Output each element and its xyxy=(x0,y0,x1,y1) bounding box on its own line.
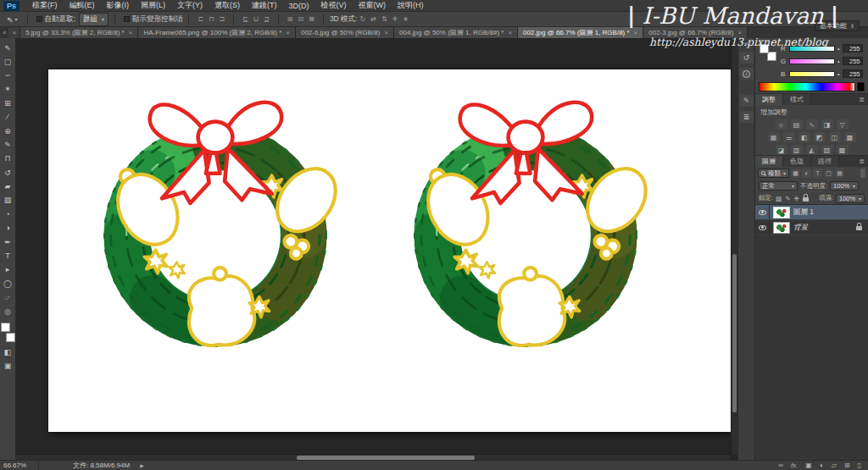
visibility-cell[interactable] xyxy=(755,220,770,235)
info-panel-icon[interactable]: i xyxy=(740,68,754,80)
filter-toggle-switch[interactable] xyxy=(860,169,865,178)
tab-paths[interactable]: 路徑 xyxy=(811,156,839,167)
black-white-icon[interactable]: ◧ xyxy=(798,132,810,142)
slider-marker-icon[interactable]: ▴ xyxy=(837,46,840,51)
dodge-tool[interactable]: ◑ xyxy=(1,221,15,235)
layer-mask-icon[interactable]: ▣ xyxy=(805,462,812,469)
align-right-icon[interactable]: ⊐ xyxy=(216,15,227,23)
close-icon[interactable]: × xyxy=(384,29,388,36)
horizontal-scrollbar[interactable] xyxy=(16,454,731,460)
red-channel-value[interactable]: 255 xyxy=(843,44,863,53)
path-selection-tool[interactable]: ▸ xyxy=(1,263,15,276)
zoom-level-field[interactable]: 66.67% xyxy=(0,461,39,470)
tab-scroll-left-icon[interactable]: « xyxy=(0,27,8,38)
channel-mixer-icon[interactable]: ◫ xyxy=(829,132,841,142)
align-top-icon[interactable]: ⊑ xyxy=(240,15,251,23)
red-channel-slider[interactable] xyxy=(789,46,835,52)
color-spectrum-ramp[interactable] xyxy=(759,82,855,91)
gradient-map-icon[interactable]: ▩ xyxy=(837,145,849,155)
foreground-color-swatch[interactable] xyxy=(1,323,10,332)
document-tab-3[interactable]: 002-6.jpg @ 50% (RGB/8) × xyxy=(296,27,394,38)
green-channel-slider[interactable] xyxy=(789,58,835,64)
gradient-tool[interactable]: ▨ xyxy=(1,193,15,207)
clone-stamp-tool[interactable]: ⊓ xyxy=(1,152,15,165)
lock-all-icon[interactable] xyxy=(803,197,809,202)
document-tab-2[interactable]: HA-Frame065.png @ 100% (圖層 2, RGB/8) * × xyxy=(138,27,296,38)
menu-edit[interactable]: 編輯(E) xyxy=(64,0,101,11)
document-tab-5-active[interactable]: 002.jpg @ 66.7% (圖層 1, RGB/8) * × xyxy=(518,27,643,38)
layer-name[interactable]: 背景 xyxy=(793,223,853,233)
filter-type-layers-icon[interactable]: T xyxy=(813,169,822,178)
auto-select-dropdown[interactable]: 群組 ▾ xyxy=(79,13,108,26)
tab-styles[interactable]: 樣式 xyxy=(783,94,811,105)
background-color-swatch[interactable] xyxy=(6,333,15,342)
menu-3d[interactable]: 3D(D) xyxy=(283,2,315,10)
new-layer-icon[interactable]: ⊞ xyxy=(844,462,850,469)
color-lookup-icon[interactable]: ▩ xyxy=(844,132,856,142)
color-swatches[interactable] xyxy=(1,323,15,342)
foreground-color-swatch[interactable] xyxy=(760,44,769,53)
distribute-icon-1[interactable]: ⊞ xyxy=(285,15,296,23)
3d-roll-icon[interactable]: ⇄ xyxy=(368,15,379,23)
menu-file[interactable]: 檔案(F) xyxy=(26,0,64,11)
eraser-tool[interactable]: ▰ xyxy=(1,180,15,193)
layer-row-layer1[interactable]: 圖層 1 xyxy=(755,205,868,220)
layer-row-background[interactable]: 背景 xyxy=(755,220,868,235)
menu-image[interactable]: 影像(I) xyxy=(101,0,136,11)
layer-thumbnail[interactable] xyxy=(773,222,790,234)
document-artboard[interactable] xyxy=(48,69,731,432)
expand-panels-icon[interactable]: « xyxy=(744,40,748,47)
brightness-contrast-icon[interactable]: ☼ xyxy=(776,119,787,130)
panel-color-swatches[interactable] xyxy=(760,44,776,61)
blue-channel-slider[interactable] xyxy=(789,71,835,77)
3d-rotate-icon[interactable]: ↻ xyxy=(357,15,368,23)
vertical-scrollbar-thumb[interactable] xyxy=(732,254,737,412)
menu-window[interactable]: 視窗(W) xyxy=(353,0,392,11)
align-middle-icon[interactable]: ⊔ xyxy=(251,15,261,23)
distribute-icon-2[interactable]: ⊟ xyxy=(295,15,306,23)
selective-color-icon[interactable]: ▧ xyxy=(821,145,833,155)
panel-menu-icon[interactable]: ≣ xyxy=(859,94,868,105)
color-balance-icon[interactable]: ⚌ xyxy=(783,132,795,142)
canvas-area[interactable] xyxy=(16,38,737,460)
layer-group-icon[interactable]: ▱ xyxy=(832,462,837,469)
hand-tool[interactable]: ☞ xyxy=(1,290,15,304)
blend-mode-dropdown[interactable]: 正常 ▾ xyxy=(759,181,798,191)
eye-icon[interactable] xyxy=(759,210,766,215)
filter-adjustment-layers-icon[interactable]: ◐ xyxy=(802,169,811,178)
close-icon[interactable]: × xyxy=(129,29,133,36)
eye-icon[interactable] xyxy=(759,225,766,230)
auto-select-checkbox[interactable] xyxy=(36,16,42,22)
delete-layer-icon[interactable]: ▯ xyxy=(858,462,861,469)
close-icon[interactable]: × xyxy=(286,29,290,36)
align-center-icon[interactable]: ⊓ xyxy=(206,15,216,23)
3d-scale-icon[interactable]: ∗ xyxy=(400,15,411,23)
link-layers-icon[interactable]: ∞ xyxy=(778,462,783,469)
close-icon[interactable]: × xyxy=(737,29,742,36)
magic-wand-tool[interactable]: ✶ xyxy=(1,82,15,96)
3d-slide-icon[interactable]: ✛ xyxy=(390,15,401,23)
fill-field[interactable]: 100% ▾ xyxy=(836,194,865,203)
clipped-tab[interactable]: × xyxy=(8,27,20,38)
slider-marker-icon[interactable]: ▴ xyxy=(837,71,840,76)
filter-shape-layers-icon[interactable]: ▢ xyxy=(824,169,833,178)
menu-select[interactable]: 選取(S) xyxy=(209,0,246,11)
blue-channel-value[interactable]: 255 xyxy=(843,69,863,78)
levels-icon[interactable]: ▤ xyxy=(791,119,803,130)
document-tab-4[interactable]: 004.jpg @ 50% (圖層 1, RGB/8#) * × xyxy=(394,27,518,38)
document-tab-1[interactable]: 5.jpg @ 33.3% (圖層 2, RGB/8) * × xyxy=(20,27,138,38)
crop-tool[interactable]: ⊞ xyxy=(1,97,15,110)
shape-tool[interactable]: ◯ xyxy=(1,277,15,290)
marquee-tool[interactable]: ▢ xyxy=(1,54,15,68)
history-brush-tool[interactable]: ↺ xyxy=(1,166,15,180)
curves-icon[interactable]: ∿ xyxy=(806,119,818,130)
exposure-icon[interactable]: ◨ xyxy=(821,119,833,130)
opacity-field[interactable]: 100% ▾ xyxy=(830,181,859,191)
workspace-switcher[interactable]: 基本功能 ⇕ xyxy=(815,20,860,31)
menu-layer[interactable]: 圖層(L) xyxy=(135,0,171,11)
posterize-icon[interactable]: ▥ xyxy=(791,145,803,155)
vertical-scrollbar[interactable] xyxy=(731,38,737,454)
pen-tool[interactable]: ✒ xyxy=(1,235,15,248)
visibility-cell[interactable] xyxy=(755,205,770,219)
align-left-icon[interactable]: ⊏ xyxy=(195,15,206,23)
